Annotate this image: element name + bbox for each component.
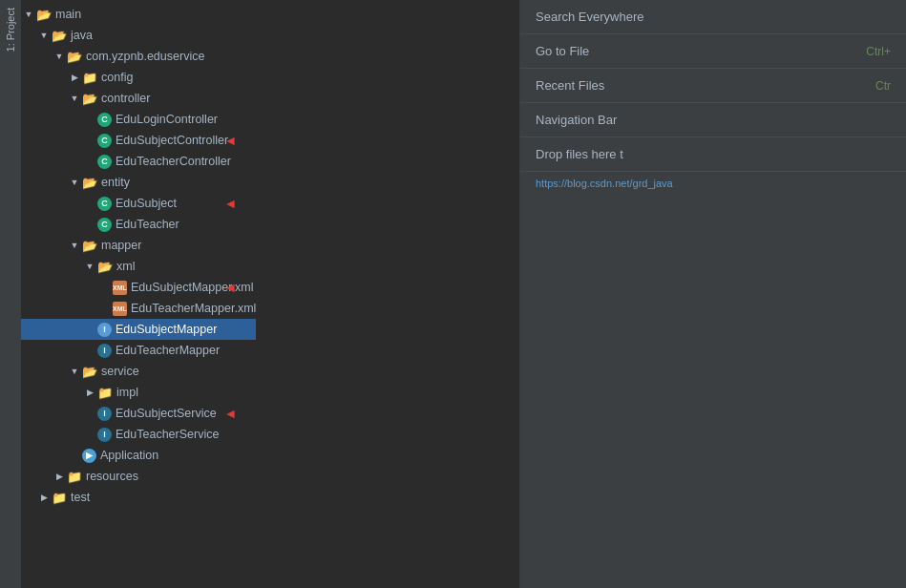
interface-icon: I (97, 323, 112, 337)
tree-arrow[interactable] (82, 406, 97, 421)
tree-arrow[interactable] (82, 196, 97, 211)
folder-icon: 📁 (97, 385, 113, 400)
right-menu-label: Recent Files (536, 78, 868, 93)
right-menu-item-recent-files[interactable]: Recent FilesCtr (520, 69, 906, 103)
right-menu-shortcut: Ctrl+ (866, 45, 891, 58)
tree-arrow[interactable] (82, 112, 97, 127)
blog-link[interactable]: https://blog.csdn.net/grd_java (520, 172, 906, 195)
tree-item-label: config (101, 71, 133, 84)
tree-item-label: EduTeacher (116, 218, 179, 231)
tree-item-label: EduSubjectMapper (116, 323, 217, 336)
tree-item-edusubjectcontroller[interactable]: CEduSubjectController◄ (21, 130, 256, 151)
tree-item-label: EduTeacherMapper (116, 344, 220, 357)
tree-arrow[interactable] (67, 238, 82, 253)
tree-item-edusubjectservice[interactable]: IEduSubjectService◄ (21, 403, 256, 424)
tree-arrow[interactable] (82, 217, 97, 232)
tree-item-java[interactable]: 📂java (21, 25, 256, 46)
tree-arrow[interactable] (82, 322, 97, 337)
tree-item-label: EduSubjectController (116, 134, 228, 147)
tree-arrow[interactable] (82, 343, 97, 358)
tree-arrow[interactable] (82, 427, 97, 442)
tree-arrow[interactable] (82, 385, 97, 400)
folder-icon: 📁 (52, 490, 67, 505)
tree-item-test[interactable]: 📁test (21, 487, 256, 508)
tree-item-label: java (71, 29, 93, 42)
tree-item-eduteacher[interactable]: CEduTeacher (21, 214, 256, 235)
tree-arrow[interactable] (82, 259, 97, 274)
tree-item-com-yzpnb-eduservice[interactable]: 📂com.yzpnb.eduservice (21, 46, 256, 67)
project-tab[interactable]: 1: Project (0, 0, 21, 588)
tree-item-xml[interactable]: 📂xml (21, 256, 256, 277)
tree-arrow[interactable] (67, 70, 82, 85)
tree-arrow[interactable] (67, 364, 82, 379)
context-menu: Search EverywhereGo to FileCtrl+Recent F… (520, 0, 906, 172)
project-tab-label[interactable]: 1: Project (5, 0, 16, 59)
tree-item-label: resources (86, 470, 138, 483)
class-icon: C (97, 218, 112, 232)
tree-item-label: xml (116, 260, 135, 273)
left-panel: 1: Project 📂main📂java📂com.yzpnb.eduservi… (0, 0, 520, 588)
tree-arrow[interactable] (67, 448, 82, 463)
tree-arrow[interactable] (36, 490, 52, 505)
interface-icon: I (97, 428, 112, 442)
right-menu-item-go-to-file[interactable]: Go to FileCtrl+ (520, 34, 906, 69)
tree-arrow[interactable] (67, 175, 82, 190)
tree-item-mapper[interactable]: 📂mapper (21, 235, 256, 256)
folder-open-icon: 📂 (82, 175, 97, 190)
tree-item-eduteachercontroller[interactable]: CEduTeacherController (21, 151, 256, 172)
tree-container: 📂main📂java📂com.yzpnb.eduservice📁config📂c… (21, 0, 256, 512)
tree-item-label: EduSubject (116, 197, 177, 210)
folder-open-icon: 📂 (52, 28, 67, 43)
tree-arrow[interactable] (21, 7, 36, 22)
annotation-arrow: ◄ (223, 406, 237, 421)
folder-open-icon: 📂 (97, 259, 113, 274)
tree-item-impl[interactable]: 📁impl (21, 382, 256, 403)
tree-item-main[interactable]: 📂main (21, 4, 256, 25)
folder-open-icon: 📂 (82, 91, 97, 106)
tree-item-label: mapper (101, 239, 141, 252)
tree-item-edulogincontroller[interactable]: CEduLoginController (21, 109, 256, 130)
tree-item-label: main (55, 8, 81, 21)
tree-item-entity[interactable]: 📂entity (21, 172, 256, 193)
tree-arrow[interactable] (97, 280, 113, 295)
tree-item-edusubjectmapper-xml[interactable]: XMLEduSubjectMapper.xml◄ (21, 277, 256, 298)
right-menu-item-search-everywhere[interactable]: Search Everywhere (520, 0, 906, 34)
tree-item-label: Application (100, 449, 158, 462)
tree-item-application[interactable]: ▶Application (21, 445, 256, 466)
tree-item-eduteachermapper[interactable]: IEduTeacherMapper (21, 340, 256, 361)
tree-item-label: EduLoginController (116, 113, 218, 126)
tree-arrow[interactable] (67, 91, 82, 106)
tree-item-label: EduSubjectMapper.xml (131, 281, 254, 294)
right-menu-item-drop-files[interactable]: Drop files here t (520, 137, 906, 172)
class-icon: C (97, 197, 112, 211)
folder-open-icon: 📂 (82, 238, 97, 253)
tree-item-resources[interactable]: 📁resources (21, 466, 256, 487)
tree-item-eduteachermapper-xml[interactable]: XMLEduTeacherMapper.xml (21, 298, 256, 319)
tree-item-label: EduTeacherController (116, 155, 231, 168)
tree-item-controller[interactable]: 📂controller (21, 88, 256, 109)
tree-arrow[interactable] (82, 133, 97, 148)
tree-arrow[interactable] (82, 154, 97, 169)
tree-arrow[interactable] (52, 469, 67, 484)
tree-item-config[interactable]: 📁config (21, 67, 256, 88)
right-menu-label: Navigation Bar (536, 113, 891, 127)
tree-item-eduteacherservice[interactable]: IEduTeacherService (21, 424, 256, 445)
tree-item-label: com.yzpnb.eduservice (86, 50, 204, 63)
tree-item-label: service (101, 365, 139, 378)
folder-icon: 📁 (67, 469, 82, 484)
tree-item-edusubjectmapper[interactable]: IEduSubjectMapper (21, 319, 256, 340)
tree-arrow[interactable] (97, 301, 113, 316)
tree-item-service[interactable]: 📂service (21, 361, 256, 382)
right-menu-label: Search Everywhere (536, 10, 891, 24)
tree-item-edusubject[interactable]: CEduSubject◄ (21, 193, 256, 214)
right-menu-item-navigation-bar[interactable]: Navigation Bar (520, 103, 906, 137)
tree-item-label: EduTeacherMapper.xml (131, 302, 256, 315)
right-menu-label: Go to File (536, 44, 858, 58)
xml-icon: XML (113, 281, 127, 295)
tree-arrow[interactable] (36, 28, 52, 43)
folder-open-icon: 📂 (67, 49, 82, 64)
tree-arrow[interactable] (52, 49, 67, 64)
interface-icon: I (97, 407, 112, 421)
file-tree: 📂main📂java📂com.yzpnb.eduservice📁config📂c… (21, 0, 256, 588)
folder-icon: 📁 (82, 70, 97, 85)
